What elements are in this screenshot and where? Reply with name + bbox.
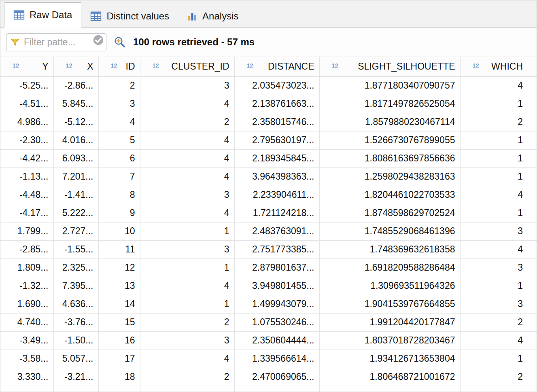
tab-analysis[interactable]: Analysis: [178, 5, 247, 27]
grid-cell[interactable]: 1: [460, 350, 537, 368]
grid-cell[interactable]: 3.949801455...: [234, 277, 319, 295]
grid-cell[interactable]: 5: [98, 131, 140, 149]
grid-cell[interactable]: 1.690...: [0, 295, 53, 313]
grid-cell[interactable]: 4: [140, 149, 234, 167]
grid-cell[interactable]: -3.49...: [0, 331, 53, 350]
grid-cell[interactable]: 8: [98, 186, 140, 204]
grid-cell[interactable]: 1: [140, 222, 234, 240]
grid-cell[interactable]: 4: [460, 76, 537, 95]
grid-cell[interactable]: 2.727...: [53, 222, 98, 240]
grid-cell[interactable]: 12: [98, 259, 140, 277]
grid-cell[interactable]: 2: [140, 113, 234, 131]
column-header-y[interactable]: 12 Y: [0, 57, 53, 76]
grid-cell[interactable]: 4: [460, 331, 537, 350]
table-row[interactable]: -2.85...-1.55...1132.751773385...1.74836…: [0, 240, 537, 259]
table-row[interactable]: -4.42...6.093...642.189345845...1.808616…: [0, 149, 537, 167]
table-row[interactable]: -1.32...7.395...1343.949801455...1.30969…: [0, 277, 537, 295]
grid-cell[interactable]: 4: [140, 95, 234, 113]
grid-cell[interactable]: 1: [460, 167, 537, 186]
grid-cell[interactable]: 15: [98, 313, 140, 331]
grid-cell[interactable]: 2: [460, 368, 537, 386]
tab-raw-data[interactable]: Raw Data: [4, 2, 81, 28]
grid-cell[interactable]: 1.8171497826525054: [319, 95, 460, 113]
grid-cell[interactable]: 7: [98, 167, 140, 186]
grid-cell[interactable]: 4: [460, 240, 537, 259]
grid-cell[interactable]: 1.8579880230467114: [319, 113, 460, 131]
grid-cell[interactable]: 4.636...: [53, 295, 98, 313]
grid-cell[interactable]: 3: [460, 259, 537, 277]
grid-cell[interactable]: 1.499943079...: [234, 295, 319, 313]
grid-cell[interactable]: 2.470069065...: [234, 368, 319, 386]
grid-cell[interactable]: 2.358015746...: [234, 113, 319, 131]
grid-cell[interactable]: 1.339566614...: [234, 350, 319, 368]
grid-cell[interactable]: 2.879801637...: [234, 259, 319, 277]
column-header-x[interactable]: 12 X: [53, 57, 98, 76]
table-row[interactable]: 1.809...2.325...1212.879801637...1.69182…: [0, 259, 537, 277]
grid-cell[interactable]: 2: [460, 113, 537, 131]
table-row[interactable]: -2.30...4.016...542.795630197...1.526673…: [0, 131, 537, 149]
table-row[interactable]: 4.986...-5.12...422.358015746...1.857988…: [0, 113, 537, 131]
grid-cell[interactable]: 1.991204420177847: [319, 313, 460, 331]
grid-cell[interactable]: 4: [460, 186, 537, 204]
grid-cell[interactable]: 4: [140, 167, 234, 186]
grid-cell[interactable]: 2: [140, 313, 234, 331]
grid-cell[interactable]: [460, 386, 537, 392]
grid-cell[interactable]: 2.189345845...: [234, 149, 319, 167]
grid-cell[interactable]: 3: [460, 295, 537, 313]
grid-cell[interactable]: [98, 386, 140, 392]
filter-pattern-input[interactable]: [23, 36, 90, 48]
column-header-slight-silhouette[interactable]: 12 SLIGHT_SILHOUETTE: [319, 57, 460, 76]
grid-cell[interactable]: 14: [98, 295, 140, 313]
table-row[interactable]: -4.48...-1.41...832.233904611...1.820446…: [0, 186, 537, 204]
grid-cell[interactable]: 7.395...: [53, 277, 98, 295]
grid-cell[interactable]: 2.138761663...: [234, 95, 319, 113]
grid-cell[interactable]: 1: [460, 131, 537, 149]
grid-cell[interactable]: 1: [460, 149, 537, 167]
grid-cell[interactable]: 1.809...: [0, 259, 53, 277]
grid-cell[interactable]: 3: [98, 95, 140, 113]
grid-cell[interactable]: 4.016...: [53, 131, 98, 149]
grid-cell[interactable]: -1.32...: [0, 277, 53, 295]
grid-cell[interactable]: 2: [98, 76, 140, 95]
grid-cell[interactable]: 18: [98, 368, 140, 386]
grid-cell[interactable]: 2.035473023...: [234, 76, 319, 95]
grid-cell[interactable]: -1.13...: [0, 167, 53, 186]
grid-cell[interactable]: -2.86...: [53, 76, 98, 95]
grid-cell[interactable]: 4.740...: [0, 313, 53, 331]
column-header-which[interactable]: 12 WHICH: [460, 57, 537, 76]
grid-cell[interactable]: -1.41...: [53, 186, 98, 204]
grid-cell[interactable]: 2: [140, 368, 234, 386]
grid-cell[interactable]: 5.222...: [53, 204, 98, 222]
grid-cell[interactable]: [140, 386, 234, 392]
tab-distinct-values[interactable]: Distinct values: [81, 5, 178, 27]
grid-cell[interactable]: -4.48...: [0, 186, 53, 204]
grid-cell[interactable]: 1.721124218...: [234, 204, 319, 222]
grid-cell[interactable]: [234, 386, 319, 392]
grid-cell[interactable]: 4: [140, 350, 234, 368]
table-row[interactable]: 1.690...4.636...1411.499943079...1.90415…: [0, 295, 537, 313]
grid-cell[interactable]: -4.51...: [0, 95, 53, 113]
grid-cell[interactable]: 4: [140, 204, 234, 222]
grid-cell[interactable]: 1.6918209588286484: [319, 259, 460, 277]
table-row[interactable]: 1.799...2.727...1012.483763091...1.74855…: [0, 222, 537, 240]
grid-cell[interactable]: 1: [460, 204, 537, 222]
table-row[interactable]: [0, 386, 537, 392]
grid-cell[interactable]: 3: [140, 76, 234, 95]
filter-funnel-icon[interactable]: [10, 37, 20, 47]
grid-cell[interactable]: 1.799...: [0, 222, 53, 240]
grid-cell[interactable]: 1: [460, 95, 537, 113]
grid-cell[interactable]: 9: [98, 204, 140, 222]
column-header-cluster-id[interactable]: 12 CLUSTER_ID: [140, 57, 234, 76]
grid-cell[interactable]: -5.25...: [0, 76, 53, 95]
grid-cell[interactable]: 1: [460, 277, 537, 295]
grid-cell[interactable]: 4.986...: [0, 113, 53, 131]
grid-cell[interactable]: -3.76...: [53, 313, 98, 331]
grid-cell[interactable]: 2.751773385...: [234, 240, 319, 259]
grid-cell[interactable]: 1.8204461022703533: [319, 186, 460, 204]
grid-cell[interactable]: 3: [140, 186, 234, 204]
grid-cell[interactable]: 13: [98, 277, 140, 295]
grid-cell[interactable]: 2.483763091...: [234, 222, 319, 240]
column-header-id[interactable]: 12 ID: [98, 57, 140, 76]
table-row[interactable]: -3.49...-1.50...1632.350604444...1.80370…: [0, 331, 537, 350]
grid-cell[interactable]: [0, 386, 53, 392]
